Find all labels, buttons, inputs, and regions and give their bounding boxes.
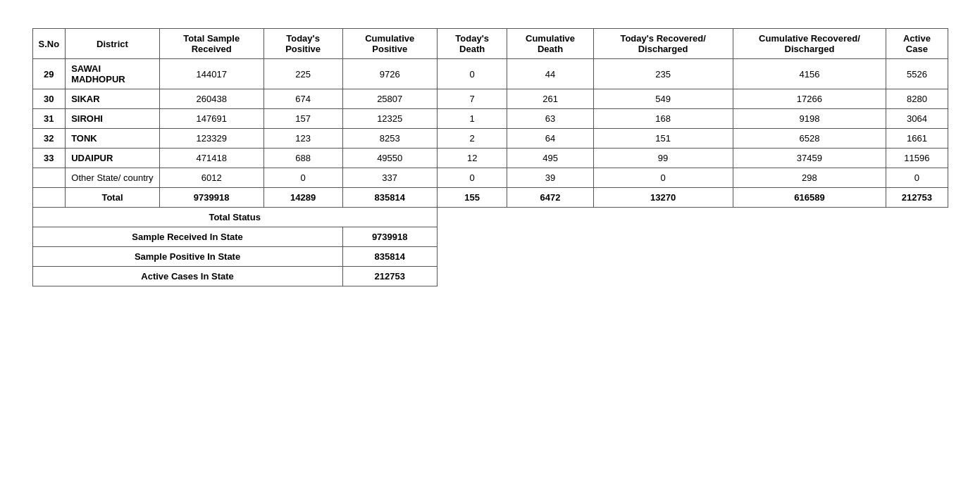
cell-active-case: 8280 xyxy=(886,89,948,109)
cell-todays-death: 1 xyxy=(437,109,507,129)
cell-active-case: 3064 xyxy=(886,109,948,129)
cell-todays-positive: 674 xyxy=(263,89,342,109)
header-todays-recovered: Today's Recovered/ Discharged xyxy=(593,29,733,59)
cell-other-active-case: 0 xyxy=(886,168,948,188)
cell-cumulative-recovered: 37459 xyxy=(733,149,886,168)
header-cumulative-death: Cumulative Death xyxy=(507,29,593,59)
cell-other-district: Other State/ country xyxy=(66,168,160,188)
table-row: 30 SIKAR 260438 674 25807 7 261 549 1726… xyxy=(32,89,948,109)
cell-todays-positive: 688 xyxy=(263,149,342,168)
table-row: 29 SAWAI MADHOPUR 144017 225 9726 0 44 2… xyxy=(32,59,948,89)
cell-other-cumulative-positive: 337 xyxy=(342,168,437,188)
cell-total-cumulative-recovered: 616589 xyxy=(733,188,886,208)
cell-todays-death: 0 xyxy=(437,59,507,89)
cell-other-todays-positive: 0 xyxy=(263,168,342,188)
cell-total-sample: 144017 xyxy=(159,59,263,89)
table-row: 31 SIROHI 147691 157 12325 1 63 168 9198… xyxy=(32,109,948,129)
cell-total-sample: 147691 xyxy=(159,109,263,129)
cell-sno: 29 xyxy=(32,59,66,89)
cell-total-todays-death: 155 xyxy=(437,188,507,208)
cell-active-case: 1661 xyxy=(886,129,948,149)
cell-todays-positive: 225 xyxy=(263,59,342,89)
cell-cumulative-positive: 49550 xyxy=(342,149,437,168)
cell-other-sno xyxy=(32,168,66,188)
cell-district: SAWAI MADHOPUR xyxy=(66,59,160,89)
header-total-sample: Total Sample Received xyxy=(159,29,263,59)
cell-other-cumulative-recovered: 298 xyxy=(733,168,886,188)
cell-sno: 30 xyxy=(32,89,66,109)
header-district: District xyxy=(66,29,160,59)
cell-todays-positive: 123 xyxy=(263,129,342,149)
cell-district: SIROHI xyxy=(66,109,160,129)
cell-district: SIKAR xyxy=(66,89,160,109)
cell-cumulative-recovered: 17266 xyxy=(733,89,886,109)
cell-other-todays-death: 0 xyxy=(437,168,507,188)
cell-todays-recovered: 235 xyxy=(593,59,733,89)
cell-cumulative-death: 261 xyxy=(507,89,593,109)
summary-label-1: Sample Positive In State xyxy=(32,247,342,267)
cell-sno: 31 xyxy=(32,109,66,129)
cell-total-label: Total xyxy=(66,188,160,208)
cell-total-sample: 471418 xyxy=(159,149,263,168)
cell-todays-positive: 157 xyxy=(263,109,342,129)
summary-label-2: Active Cases In State xyxy=(32,267,342,286)
summary-title: Total Status xyxy=(32,208,437,227)
header-todays-positive: Today's Positive xyxy=(263,29,342,59)
summary-value-1: 835814 xyxy=(342,247,437,267)
covid-table: S.No District Total Sample Received Toda… xyxy=(32,28,948,286)
cell-cumulative-recovered: 4156 xyxy=(733,59,886,89)
cell-total-todays-recovered: 13270 xyxy=(593,188,733,208)
cell-todays-death: 12 xyxy=(437,149,507,168)
header-active-case: Active Case xyxy=(886,29,948,59)
summary-row: Active Cases In State 212753 xyxy=(32,267,948,286)
cell-cumulative-death: 63 xyxy=(507,109,593,129)
cell-total-cumulative-positive: 835814 xyxy=(342,188,437,208)
cell-todays-death: 2 xyxy=(437,129,507,149)
cell-cumulative-death: 495 xyxy=(507,149,593,168)
cell-other-cumulative-death: 39 xyxy=(507,168,593,188)
cell-cumulative-positive: 8253 xyxy=(342,129,437,149)
cell-other-todays-recovered: 0 xyxy=(593,168,733,188)
header-cumulative-recovered: Cumulative Recovered/ Discharged xyxy=(733,29,886,59)
cell-cumulative-positive: 9726 xyxy=(342,59,437,89)
cell-total-sample: 123329 xyxy=(159,129,263,149)
summary-title-row: Total Status xyxy=(32,208,948,227)
cell-total-todays-positive: 14289 xyxy=(263,188,342,208)
table-row: 32 TONK 123329 123 8253 2 64 151 6528 16… xyxy=(32,129,948,149)
cell-total-active-case: 212753 xyxy=(886,188,948,208)
main-container: S.No District Total Sample Received Toda… xyxy=(32,28,948,286)
summary-row: Sample Received In State 9739918 xyxy=(32,227,948,247)
header-cumulative-positive: Cumulative Positive xyxy=(342,29,437,59)
cell-sno: 33 xyxy=(32,149,66,168)
cell-todays-recovered: 99 xyxy=(593,149,733,168)
cell-cumulative-death: 64 xyxy=(507,129,593,149)
cell-cumulative-recovered: 6528 xyxy=(733,129,886,149)
cell-active-case: 11596 xyxy=(886,149,948,168)
header-todays-death: Today's Death xyxy=(437,29,507,59)
summary-value-0: 9739918 xyxy=(342,227,437,247)
summary-row: Sample Positive In State 835814 xyxy=(32,247,948,267)
summary-value-2: 212753 xyxy=(342,267,437,286)
summary-label-0: Sample Received In State xyxy=(32,227,342,247)
cell-todays-recovered: 151 xyxy=(593,129,733,149)
cell-todays-death: 7 xyxy=(437,89,507,109)
cell-cumulative-death: 44 xyxy=(507,59,593,89)
cell-sno: 32 xyxy=(32,129,66,149)
header-sno: S.No xyxy=(32,29,66,59)
cell-total-sample: 9739918 xyxy=(159,188,263,208)
cell-other-total-sample: 6012 xyxy=(159,168,263,188)
cell-todays-recovered: 549 xyxy=(593,89,733,109)
cell-todays-recovered: 168 xyxy=(593,109,733,129)
table-row: 33 UDAIPUR 471418 688 49550 12 495 99 37… xyxy=(32,149,948,168)
total-row: Total 9739918 14289 835814 155 6472 1327… xyxy=(32,188,948,208)
cell-cumulative-recovered: 9198 xyxy=(733,109,886,129)
cell-district: UDAIPUR xyxy=(66,149,160,168)
cell-active-case: 5526 xyxy=(886,59,948,89)
cell-district: TONK xyxy=(66,129,160,149)
cell-total-sample: 260438 xyxy=(159,89,263,109)
cell-cumulative-positive: 12325 xyxy=(342,109,437,129)
cell-cumulative-positive: 25807 xyxy=(342,89,437,109)
cell-total-sno xyxy=(32,188,66,208)
other-state-row: Other State/ country 6012 0 337 0 39 0 2… xyxy=(32,168,948,188)
cell-total-cumulative-death: 6472 xyxy=(507,188,593,208)
